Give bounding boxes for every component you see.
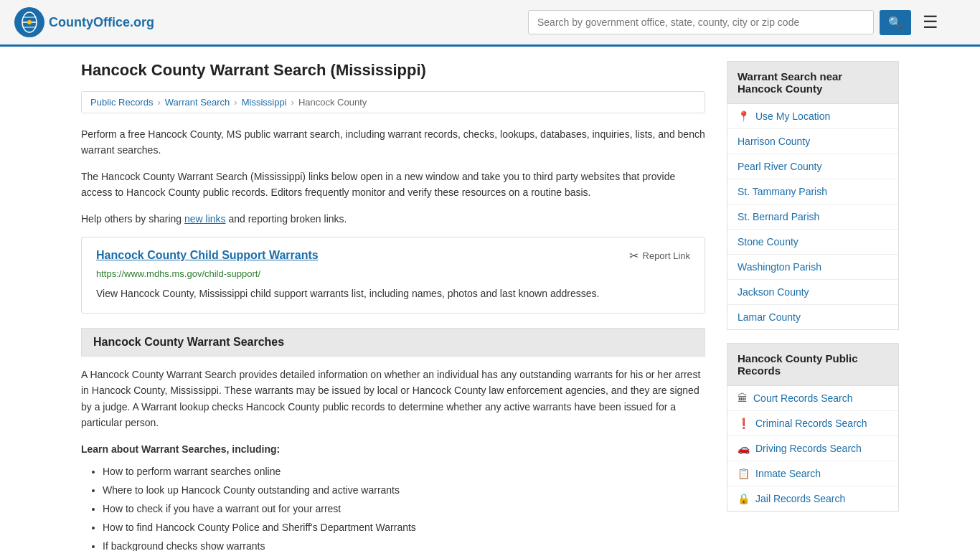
logo-text: CountyOffice.org (49, 15, 154, 30)
logo-icon (14, 7, 44, 37)
jackson-county-link[interactable]: Jackson County (738, 286, 809, 298)
court-records-link[interactable]: Court Records Search (753, 392, 853, 404)
sidebar-nearby-body: 📍 Use My Location Harrison County Pearl … (727, 104, 899, 330)
sidebar-item-inmate-search[interactable]: 📋 Inmate Search (727, 461, 898, 486)
breadcrumb-public-records[interactable]: Public Records (90, 97, 153, 108)
jail-icon: 🔒 (738, 493, 750, 504)
desc-para-3-suffix: and reporting broken links. (226, 213, 347, 225)
sidebar-item-st-tammany[interactable]: St. Tammany Parish (727, 179, 898, 204)
breadcrumb-sep-2: › (234, 97, 237, 108)
sidebar-item-driving-records[interactable]: 🚗 Driving Records Search (727, 436, 898, 461)
main-content: Hancock County Warrant Search (Mississip… (81, 61, 705, 551)
sidebar-item-lamar[interactable]: Lamar County (727, 305, 898, 329)
warrant-section-text: A Hancock County Warrant Search provides… (81, 367, 705, 431)
content-wrapper: Hancock County Warrant Search (Mississip… (60, 47, 920, 551)
criminal-icon: ❗ (738, 418, 750, 429)
sidebar-public-records-header: Hancock County Public Records (727, 343, 899, 386)
sidebar-nearby-header: Warrant Search near Hancock County (727, 61, 899, 104)
court-icon: 🏛 (738, 392, 748, 404)
use-location-link[interactable]: Use My Location (755, 110, 830, 122)
sidebar-item-harrison[interactable]: Harrison County (727, 129, 898, 154)
page-title: Hancock County Warrant Search (Mississip… (81, 61, 705, 80)
sidebar-item-stone[interactable]: Stone County (727, 230, 898, 255)
report-link-label: Report Link (643, 250, 690, 261)
desc-para-2: The Hancock County Warrant Search (Missi… (81, 169, 705, 201)
header: CountyOffice.org 🔍 ☰ (0, 0, 980, 47)
st-tammany-parish-link[interactable]: St. Tammany Parish (738, 186, 827, 197)
result-title-row: Hancock County Child Support Warrants ✂ … (96, 249, 690, 263)
sidebar-item-criminal-records[interactable]: ❗ Criminal Records Search (727, 411, 898, 436)
list-item: How to check if you have a warrant out f… (103, 501, 705, 517)
desc-para-1: Perform a free Hancock County, MS public… (81, 126, 705, 159)
jail-records-link[interactable]: Jail Records Search (755, 493, 845, 504)
search-area: 🔍 ☰ (528, 9, 944, 35)
criminal-records-link[interactable]: Criminal Records Search (755, 418, 867, 429)
breadcrumb-warrant-search[interactable]: Warrant Search (165, 97, 230, 108)
sidebar-item-st-bernard[interactable]: St. Bernard Parish (727, 204, 898, 230)
stone-county-link[interactable]: Stone County (738, 236, 798, 248)
breadcrumb-current: Hancock County (298, 97, 367, 108)
list-item: If background checks show warrants (103, 539, 705, 551)
learn-heading: Learn about Warrant Searches, including: (81, 441, 705, 457)
inmate-icon: 📋 (738, 468, 750, 479)
inmate-search-link[interactable]: Inmate Search (755, 468, 821, 479)
result-title-link[interactable]: Hancock County Child Support Warrants (96, 249, 319, 262)
learn-list: How to perform warrant searches online W… (81, 464, 705, 551)
logo-area: CountyOffice.org (14, 7, 154, 37)
sidebar-item-pearl-river[interactable]: Pearl River County (727, 154, 898, 179)
search-button[interactable]: 🔍 (880, 10, 911, 35)
breadcrumb-sep-1: › (157, 97, 160, 108)
warrant-section-header: Hancock County Warrant Searches (81, 328, 705, 357)
desc-para-3: Help others by sharing new links and rep… (81, 211, 705, 227)
sidebar-item-court-records[interactable]: 🏛 Court Records Search (727, 386, 898, 411)
warrant-section-body: A Hancock County Warrant Search provides… (81, 367, 705, 551)
sidebar-item-jail-records[interactable]: 🔒 Jail Records Search (727, 486, 898, 511)
search-icon: 🔍 (888, 17, 903, 29)
sidebar-item-washington[interactable]: Washington Parish (727, 255, 898, 280)
washington-parish-link[interactable]: Washington Parish (738, 261, 821, 273)
report-link-button[interactable]: ✂ Report Link (629, 249, 690, 263)
sidebar-public-records-body: 🏛 Court Records Search ❗ Criminal Record… (727, 386, 899, 512)
result-description: View Hancock County, Mississippi child s… (96, 286, 690, 301)
sidebar-item-jackson[interactable]: Jackson County (727, 280, 898, 305)
menu-button[interactable]: ☰ (917, 9, 944, 35)
sidebar: Warrant Search near Hancock County 📍 Use… (727, 61, 899, 551)
search-input[interactable] (528, 10, 874, 34)
logo-org: .org (130, 15, 154, 29)
new-links-link[interactable]: new links (184, 213, 226, 225)
st-bernard-parish-link[interactable]: St. Bernard Parish (738, 211, 819, 222)
harrison-county-link[interactable]: Harrison County (738, 136, 810, 147)
driving-icon: 🚗 (738, 443, 750, 454)
list-item: Where to look up Hancock County outstand… (103, 483, 705, 498)
desc-para-3-prefix: Help others by sharing (81, 213, 184, 225)
breadcrumb-mississippi[interactable]: Mississippi (242, 97, 287, 108)
result-url: https://www.mdhs.ms.gov/child-support/ (96, 268, 690, 279)
result-card: Hancock County Child Support Warrants ✂ … (81, 237, 705, 314)
use-location-item[interactable]: 📍 Use My Location (727, 104, 898, 129)
pearl-river-county-link[interactable]: Pearl River County (738, 161, 822, 172)
list-item: How to find Hancock County Police and Sh… (103, 520, 705, 535)
location-pin-icon: 📍 (738, 110, 750, 122)
driving-records-link[interactable]: Driving Records Search (755, 443, 862, 454)
breadcrumb-sep-3: › (291, 97, 294, 108)
svg-point-5 (27, 20, 32, 24)
hamburger-icon: ☰ (923, 12, 938, 32)
list-item: How to perform warrant searches online (103, 464, 705, 479)
lamar-county-link[interactable]: Lamar County (738, 311, 801, 323)
logo-county: CountyOffice (49, 15, 130, 29)
report-icon: ✂ (629, 249, 639, 263)
breadcrumb: Public Records › Warrant Search › Missis… (81, 91, 705, 113)
